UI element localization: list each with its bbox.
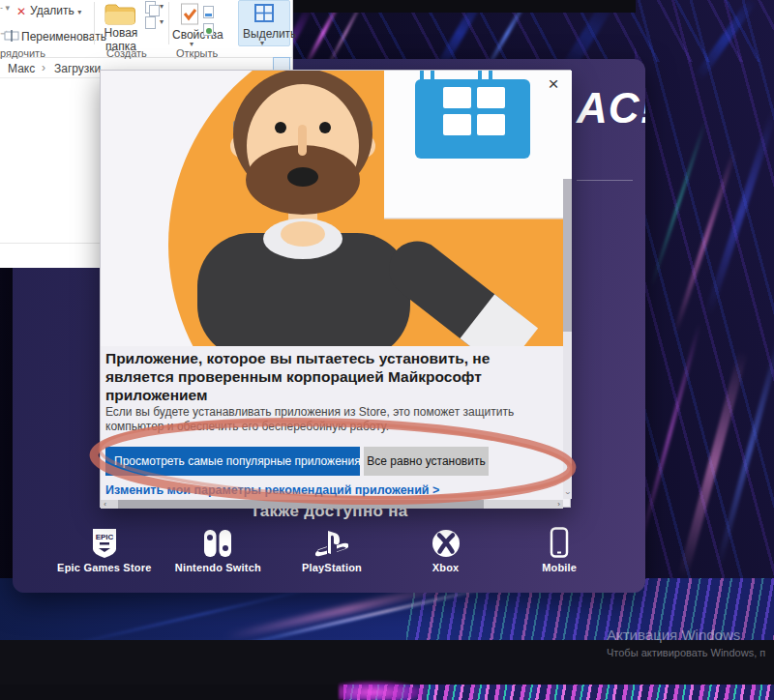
platform-playstation[interactable]: PlayStation	[275, 525, 389, 573]
platform-label: Nintendo Switch	[175, 562, 261, 573]
dropdown-icon[interactable]: ▾	[160, 2, 164, 11]
ribbon-separator	[168, 2, 169, 44]
scroll-right-arrow[interactable]: ›	[554, 500, 563, 509]
platform-label: PlayStation	[302, 562, 362, 573]
platform-label: Epic Games Store	[57, 562, 151, 573]
dialog-body: Если вы будете устанавливать приложения …	[105, 405, 572, 434]
magenta-glow	[339, 681, 426, 700]
dropdown-icon[interactable]: ▾	[160, 17, 164, 26]
watermark-line2: Чтобы активировать Windows, п	[607, 647, 774, 658]
rename-icon	[4, 30, 19, 42]
history-icon[interactable]	[203, 23, 214, 36]
scroll-down-arrow[interactable]: ›	[563, 487, 572, 499]
platform-label: Xbox	[432, 562, 460, 573]
select-button[interactable]: Выделить	[243, 27, 296, 41]
xbox-icon	[432, 525, 461, 558]
breadcrumb-separator-icon: ›	[42, 61, 45, 74]
mobile-icon	[550, 525, 569, 558]
store-bag	[415, 71, 530, 159]
dialog-title: Приложение, которое вы пытаетесь установ…	[105, 349, 560, 404]
platform-mobile[interactable]: Mobile	[502, 525, 616, 573]
clipped-button-fragment: - ▾	[0, 3, 10, 13]
nintendo-switch-icon	[203, 525, 232, 558]
epic-games-icon: EPIC	[92, 525, 117, 558]
platform-xbox[interactable]: Xbox	[389, 525, 503, 573]
page-divider	[577, 180, 633, 181]
dark-band-bottom-left	[0, 685, 346, 700]
properties-icon	[180, 3, 199, 25]
delete-icon: ✕	[16, 5, 26, 18]
dialog-illustration	[101, 71, 572, 346]
page-headline-fragment: AC!	[577, 84, 645, 132]
dropdown-icon[interactable]: ▾	[260, 39, 264, 47]
install-anyway-button[interactable]: Все равно установить	[364, 447, 489, 476]
vertical-scrollbar[interactable]	[563, 179, 572, 499]
vertical-scrollbar-thumb[interactable]	[563, 179, 572, 332]
breadcrumb-item-current[interactable]: Загрузки	[54, 62, 101, 75]
change-app-recommendation-settings-link[interactable]: Изменить мои параметры рекомендаций прил…	[105, 483, 439, 497]
windows-activation-watermark: Активация Windows Чтобы активировать Win…	[607, 627, 774, 658]
horizontal-scrollbar[interactable]	[109, 500, 554, 509]
ribbon-group-open: Открыть	[176, 47, 218, 59]
desktop: AC! Также доступно на EPIC Epic Games St…	[0, 0, 774, 700]
dark-band-top	[274, 0, 636, 13]
explorer-ribbon: - ▾ ⊣ ✕ Удалить ▾ Переименовать Новая па…	[0, 0, 292, 58]
smartscreen-dialog: × Приложение, которое вы пытаетесь устан…	[100, 70, 571, 508]
ribbon-separator	[94, 2, 95, 44]
new-folder-icon	[104, 3, 135, 26]
easy-access-icon[interactable]	[145, 16, 156, 29]
ribbon-group-create: Создать	[106, 47, 147, 59]
platform-epic-games[interactable]: EPIC Epic Games Store	[47, 525, 162, 573]
platform-row: EPIC Epic Games Store Nintendo S	[47, 525, 616, 573]
edit-icon[interactable]	[203, 6, 214, 18]
svg-text:EPIC: EPIC	[95, 533, 113, 541]
ribbon-group-organize: рядочить	[0, 47, 45, 59]
platform-label: Mobile	[542, 562, 577, 573]
properties-button[interactable]: Свойства	[172, 28, 223, 42]
view-store-apps-button[interactable]: Просмотреть самые популярные приложения …	[105, 447, 360, 476]
watermark-line1: Активация Windows	[607, 627, 774, 643]
close-icon[interactable]: ×	[542, 73, 565, 95]
select-icon	[254, 4, 274, 22]
horizontal-scrollbar-thumb[interactable]	[118, 500, 484, 509]
playstation-icon	[315, 525, 348, 558]
delete-button[interactable]: Удалить ▾	[30, 4, 81, 17]
platform-nintendo-switch[interactable]: Nintendo Switch	[162, 525, 276, 573]
scroll-left-arrow[interactable]: ‹	[101, 500, 109, 509]
breadcrumb-item-root[interactable]: Макс	[8, 62, 35, 75]
new-item-icon[interactable]	[145, 1, 156, 14]
